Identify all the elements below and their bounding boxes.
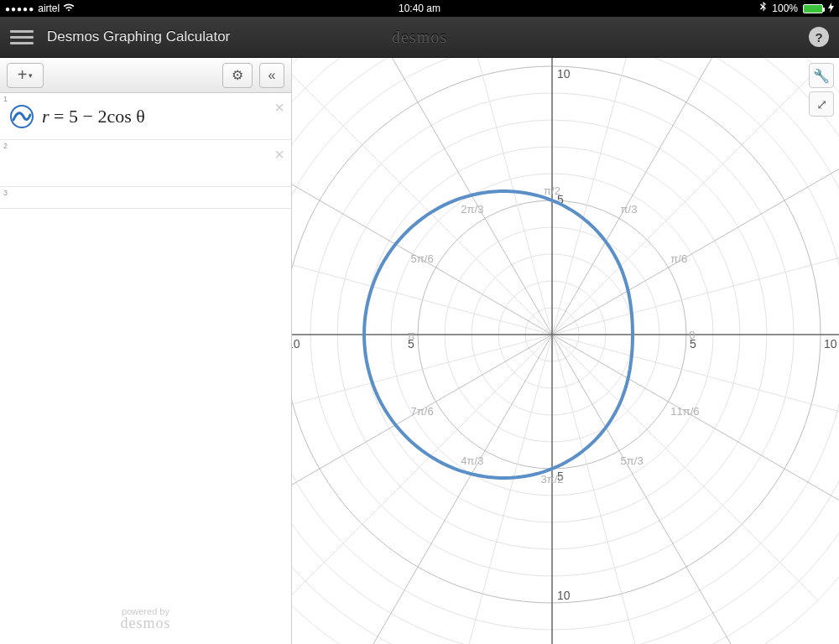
svg-text:π/6: π/6 bbox=[670, 252, 687, 265]
svg-line-27 bbox=[364, 335, 552, 644]
app-header: Desmos Graphing Calculator desmos ? bbox=[0, 17, 839, 58]
svg-text:0: 0 bbox=[689, 329, 695, 341]
delete-expression-button[interactable]: × bbox=[274, 98, 284, 117]
expression-color-icon[interactable] bbox=[10, 105, 34, 128]
battery-icon bbox=[803, 4, 823, 13]
graph-tools: 🔧 ⤢ bbox=[809, 63, 834, 117]
collapse-sidebar-button[interactable]: « bbox=[259, 63, 284, 88]
status-time: 10:40 am bbox=[399, 3, 440, 14]
svg-text:π: π bbox=[408, 329, 415, 341]
gear-icon: ⚙ bbox=[232, 67, 243, 83]
svg-line-28 bbox=[455, 335, 552, 644]
svg-line-25 bbox=[292, 335, 552, 522]
app-title: Desmos Graphing Calculator bbox=[47, 29, 230, 45]
expand-icon: ⤢ bbox=[816, 96, 827, 112]
svg-text:π/3: π/3 bbox=[621, 203, 638, 216]
bluetooth-icon bbox=[760, 2, 767, 15]
add-expression-button[interactable]: +▾ bbox=[7, 63, 44, 88]
expression-index: 3 bbox=[3, 189, 8, 197]
menu-button[interactable] bbox=[10, 25, 34, 49]
settings-button[interactable]: ⚙ bbox=[222, 63, 253, 88]
svg-line-22 bbox=[292, 147, 552, 335]
status-right: 100% bbox=[760, 2, 834, 15]
svg-text:7π/6: 7π/6 bbox=[411, 405, 434, 418]
svg-point-12 bbox=[292, 58, 839, 644]
status-bar: ●●●●● airtel 10:40 am 100% bbox=[0, 0, 839, 17]
help-button[interactable]: ? bbox=[809, 27, 829, 47]
svg-line-20 bbox=[364, 58, 552, 335]
wrench-icon: 🔧 bbox=[813, 68, 830, 84]
delete-expression-button[interactable]: × bbox=[274, 145, 284, 164]
svg-line-30 bbox=[552, 335, 740, 644]
wifi-icon bbox=[63, 3, 75, 14]
svg-text:10: 10 bbox=[557, 589, 571, 602]
carrier-label: airtel bbox=[38, 3, 60, 14]
caret-down-icon: ▾ bbox=[29, 71, 33, 80]
signal-dots-icon: ●●●●● bbox=[5, 4, 34, 13]
graph-settings-button[interactable]: 🔧 bbox=[809, 63, 834, 88]
chevron-left-icon: « bbox=[268, 68, 273, 83]
expression-index: 2 bbox=[3, 142, 8, 150]
zoom-fit-button[interactable]: ⤢ bbox=[809, 91, 834, 117]
graph-canvas[interactable]: 5105105105100π/6π/3π/22π/35π/6π7π/64π/33… bbox=[292, 58, 839, 644]
svg-text:5π/3: 5π/3 bbox=[621, 454, 644, 467]
svg-text:11π/6: 11π/6 bbox=[670, 405, 699, 418]
svg-line-16 bbox=[552, 69, 818, 335]
expression-row[interactable]: 2 × bbox=[0, 140, 291, 187]
svg-text:2π/3: 2π/3 bbox=[461, 203, 483, 216]
svg-text:10: 10 bbox=[824, 337, 837, 351]
svg-text:10: 10 bbox=[557, 67, 571, 80]
svg-point-11 bbox=[292, 58, 839, 644]
svg-point-13 bbox=[292, 58, 839, 644]
expression-formula[interactable]: r = 5 − 2cos θ bbox=[42, 106, 145, 127]
expression-sidebar: +▾ ⚙ « 1 × r = 5 − 2cos θ 2 × bbox=[0, 58, 292, 644]
expression-row[interactable]: 1 × r = 5 − 2cos θ bbox=[0, 93, 291, 140]
sidebar-toolbar: +▾ ⚙ « bbox=[0, 58, 291, 93]
expression-index: 1 bbox=[3, 95, 8, 103]
graph-pane[interactable]: 5105105105100π/6π/3π/22π/35π/6π7π/64π/33… bbox=[292, 58, 839, 644]
expression-list: 1 × r = 5 − 2cos θ 2 × 3 bbox=[0, 93, 291, 644]
svg-point-10 bbox=[292, 58, 839, 630]
charging-bolt-icon bbox=[828, 3, 834, 15]
svg-text:5π/6: 5π/6 bbox=[411, 252, 434, 265]
status-left: ●●●●● airtel bbox=[5, 3, 75, 14]
svg-line-31 bbox=[552, 335, 818, 600]
expression-row[interactable]: 3 bbox=[0, 187, 291, 209]
svg-line-17 bbox=[552, 58, 740, 335]
workspace: +▾ ⚙ « 1 × r = 5 − 2cos θ 2 × bbox=[0, 58, 839, 644]
brand-logo: desmos bbox=[392, 28, 447, 47]
plus-icon: + bbox=[18, 65, 28, 85]
svg-text:π/2: π/2 bbox=[544, 184, 560, 197]
svg-text:10: 10 bbox=[292, 337, 300, 351]
svg-text:3π/2: 3π/2 bbox=[540, 473, 563, 486]
battery-percent: 100% bbox=[772, 3, 798, 14]
svg-text:4π/3: 4π/3 bbox=[461, 454, 483, 467]
